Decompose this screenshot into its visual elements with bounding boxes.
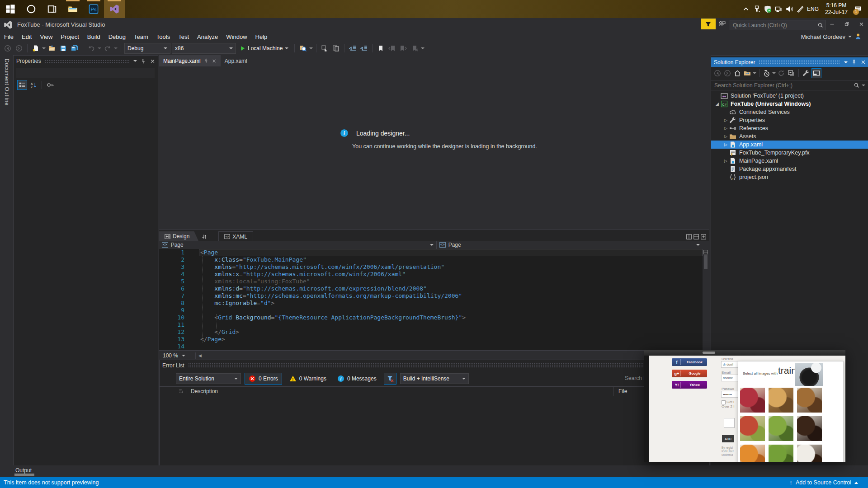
close-button[interactable] xyxy=(854,18,868,30)
code-line-8[interactable]: 8 mc:Ignorable="d"> xyxy=(159,300,709,307)
properties-menu-icon[interactable] xyxy=(133,60,137,62)
taskbar-app-task-view[interactable] xyxy=(42,0,62,18)
increase-indent-button[interactable] xyxy=(359,43,369,53)
yahoo-login-button[interactable]: Y! Yahoo xyxy=(672,381,707,389)
menu-edit[interactable]: Edit xyxy=(18,32,36,42)
splitter-grip-icon[interactable] xyxy=(703,250,708,254)
object-name-combobox[interactable] xyxy=(16,68,155,78)
code-line-9[interactable]: 9 xyxy=(159,307,709,314)
feedback-icon[interactable] xyxy=(718,20,726,28)
google-login-button[interactable]: g+ Google xyxy=(672,370,707,377)
categorized-button[interactable] xyxy=(17,80,27,90)
taskbar-app-visual-studio[interactable] xyxy=(104,0,125,18)
new-file-caret-icon[interactable] xyxy=(42,47,46,49)
swap-panes-button[interactable] xyxy=(198,232,210,241)
tree-item-mainpage.xaml[interactable]: ▷MainPage.xaml xyxy=(711,157,868,165)
alphabetical-button[interactable]: AZ xyxy=(29,80,38,89)
close-icon[interactable] xyxy=(861,60,866,65)
tab-xaml[interactable]: <> XAML xyxy=(218,231,253,241)
taskbar-app-file-explorer[interactable] xyxy=(62,0,83,18)
editor-tab-MainPage.xaml[interactable]: MainPage.xaml xyxy=(159,55,221,66)
find-in-files-button[interactable] xyxy=(298,43,308,53)
undo-button[interactable] xyxy=(86,43,96,53)
se-menu-icon[interactable] xyxy=(844,61,848,63)
captcha-tile-bread-pudding-bowl[interactable] xyxy=(769,388,793,413)
scroll-left-arrow-icon[interactable]: ◀ xyxy=(198,353,202,358)
prev-bookmark-button[interactable] xyxy=(387,43,397,53)
column-description[interactable]: Description xyxy=(187,388,218,394)
se-sync-caret-icon[interactable] xyxy=(753,72,756,74)
menu-tools[interactable]: Tools xyxy=(152,32,174,42)
menu-debug[interactable]: Debug xyxy=(104,32,130,42)
bookmark-overflow-icon[interactable] xyxy=(421,47,425,49)
se-forward-button[interactable] xyxy=(723,69,732,78)
scrollbar-thumb[interactable] xyxy=(703,352,715,354)
warnings-filter-button[interactable]: 0 Warnings xyxy=(286,373,330,384)
toggle-bookmark-button[interactable] xyxy=(376,43,386,53)
se-pending-changes-button[interactable] xyxy=(762,69,771,78)
defender-icon[interactable] xyxy=(764,5,772,13)
save-button[interactable] xyxy=(58,43,68,53)
menu-window[interactable]: Window xyxy=(222,32,251,42)
pin-icon[interactable] xyxy=(141,58,146,64)
feedback-filter-button[interactable] xyxy=(701,19,716,29)
solution-explorer-header[interactable]: Solution Explorer xyxy=(711,57,868,67)
code-line-14[interactable]: 14 xyxy=(159,343,709,350)
se-refresh-button[interactable] xyxy=(777,69,786,78)
code-line-10[interactable]: 10 <Grid Background="{ThemeResource Appl… xyxy=(159,314,709,321)
menu-view[interactable]: View xyxy=(36,32,57,42)
menu-help[interactable]: Help xyxy=(251,32,272,42)
se-sync-button[interactable] xyxy=(743,69,752,78)
menu-analyze[interactable]: Analyze xyxy=(193,32,222,42)
add-to-source-control-button[interactable]: ↑ Add to Source Control xyxy=(789,479,868,486)
collapsed-arrow-icon[interactable]: ▷ xyxy=(722,159,729,163)
close-icon[interactable] xyxy=(212,59,217,63)
decrease-indent-button[interactable] xyxy=(348,43,358,53)
tab-document-outline[interactable]: Document Outline xyxy=(4,59,10,106)
captcha-tile-espresso-cup[interactable] xyxy=(797,445,822,462)
network-icon[interactable] xyxy=(774,5,783,13)
menu-project[interactable]: Project xyxy=(57,32,83,42)
expanded-arrow-icon[interactable]: ◢ xyxy=(714,102,721,106)
sort-icon[interactable] xyxy=(179,389,183,394)
select-element-button[interactable] xyxy=(320,43,330,53)
floating-preview-window[interactable]: f Facebookg+ GoogleY! Yahoo Userna dr do… xyxy=(644,350,845,462)
tree-item-package.appxmanifest[interactable]: Package.appxmanifest xyxy=(711,165,868,173)
nav-back-button[interactable] xyxy=(3,43,13,53)
pin-icon[interactable] xyxy=(204,58,209,63)
tree-item-properties[interactable]: ▷Properties xyxy=(711,116,868,124)
quick-launch-input[interactable]: Quick Launch (Ctrl+Q) xyxy=(730,20,826,30)
pen-icon[interactable] xyxy=(796,5,804,13)
nav-forward-button[interactable] xyxy=(14,43,24,53)
captcha-tile-green-salad[interactable] xyxy=(769,416,793,441)
taskbar-app-start[interactable] xyxy=(0,0,21,18)
solution-explorer-search-input[interactable]: Search Solution Explorer (Ctrl+;) xyxy=(711,80,868,90)
newsletter-checkbox[interactable] xyxy=(722,400,726,404)
se-preview-toggle-button[interactable] xyxy=(811,68,821,78)
pin-icon[interactable] xyxy=(851,59,857,65)
tree-item-assets[interactable]: ▷Assets xyxy=(711,132,868,141)
tree-item-solution-foxtube-1-project-[interactable]: Solution 'FoxTube' (1 project) xyxy=(711,92,868,100)
code-line-7[interactable]: 7 xmlns:mc="http://schemas.openxmlformat… xyxy=(159,292,709,300)
taskbar-app-cortana[interactable] xyxy=(21,0,42,18)
add-button[interactable]: ADD xyxy=(722,435,734,442)
captcha-tile-pancakes-coffee[interactable] xyxy=(797,388,822,413)
toolbar-overflow-icon[interactable] xyxy=(309,47,313,49)
platform-dropdown[interactable]: x86 xyxy=(172,43,236,54)
breadcrumb-left-caret-icon[interactable] xyxy=(430,244,434,246)
zoom-level-dropdown[interactable]: 100 % xyxy=(159,352,196,359)
clock[interactable]: 5:16 PM 22-Jul-17 xyxy=(821,2,851,16)
taskbar-app-photoshop[interactable]: Ps xyxy=(83,0,104,18)
code-line-4[interactable]: 4 xmlns:x="http://schemas.microsoft.com/… xyxy=(159,271,709,278)
clear-bookmarks-button[interactable] xyxy=(410,43,420,53)
se-collapse-all-button[interactable] xyxy=(787,69,796,78)
tree-item-project.json[interactable]: project.json xyxy=(711,173,868,181)
redo-button[interactable] xyxy=(103,43,113,53)
tab-output[interactable]: Output xyxy=(15,467,32,474)
next-bookmark-button[interactable] xyxy=(398,43,408,53)
messages-filter-button[interactable]: i 0 Messages xyxy=(334,373,380,384)
menu-test[interactable]: Test xyxy=(174,32,193,42)
collapsed-arrow-icon[interactable]: ▷ xyxy=(722,126,729,131)
tree-item-references[interactable]: ▷References xyxy=(711,124,868,132)
open-file-button[interactable] xyxy=(47,43,57,53)
